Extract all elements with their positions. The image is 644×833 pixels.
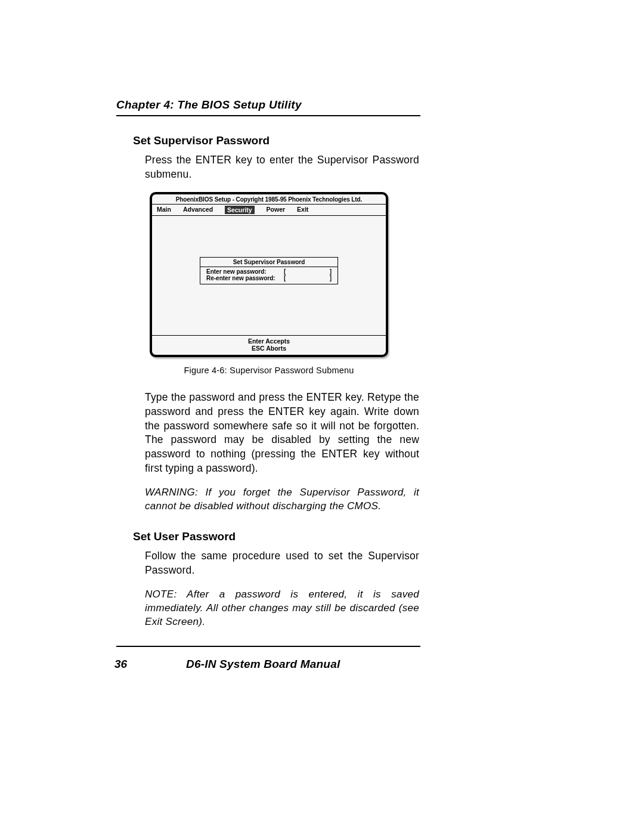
bios-footer-line1: Enter Accepts: [152, 337, 386, 345]
body-text-user: Follow the same procedure used to set th…: [145, 549, 419, 577]
bios-menu-advanced: Advanced: [183, 206, 213, 214]
bios-dialog-body: Enter new password: [ ] Re-enter new pas…: [200, 267, 338, 284]
footer-title: D6-IN System Board Manual: [186, 658, 340, 671]
bracket-open-icon: [: [284, 268, 286, 275]
divider: [116, 646, 420, 647]
bios-dialog-title: Set Supervisor Password: [200, 258, 338, 267]
page-footer: 36 D6-IN System Board Manual: [114, 658, 420, 671]
warning-text: WARNING: If you forget the Supervisor Pa…: [145, 486, 419, 513]
bios-menu-security: Security: [225, 206, 254, 214]
reenter-password-label: Re-enter new password:: [206, 275, 284, 281]
bios-body: Set Supervisor Password Enter new passwo…: [152, 216, 386, 335]
figure-wrap: PhoenixBIOS Setup - Copyright 1985-95 Ph…: [150, 192, 388, 375]
enter-password-field: [ ]: [284, 268, 332, 275]
body-text-supervisor: Type the password and press the ENTER ke…: [145, 391, 419, 475]
bios-row-enter: Enter new password: [ ]: [203, 268, 335, 275]
section-heading-supervisor: Set Supervisor Password: [133, 134, 420, 147]
document-page: Chapter 4: The BIOS Setup Utility Set Su…: [0, 0, 644, 833]
section-heading-user: Set User Password: [133, 530, 420, 543]
bios-footer-line2: ESC Aborts: [152, 345, 386, 352]
bios-screenshot: PhoenixBIOS Setup - Copyright 1985-95 Ph…: [150, 192, 388, 357]
bracket-close-icon: ]: [330, 268, 332, 275]
reenter-password-field: [ ]: [284, 275, 332, 281]
bios-title-bar: PhoenixBIOS Setup - Copyright 1985-95 Ph…: [152, 194, 386, 204]
bios-menu-power: Power: [267, 206, 286, 214]
page-number: 36: [114, 658, 186, 671]
bracket-close-icon: ]: [330, 275, 332, 281]
bios-row-reenter: Re-enter new password: [ ]: [203, 275, 335, 281]
divider: [116, 115, 420, 116]
content-area: Chapter 4: The BIOS Setup Utility Set Su…: [116, 98, 420, 671]
bios-menu-exit: Exit: [297, 206, 308, 214]
bios-password-dialog: Set Supervisor Password Enter new passwo…: [200, 257, 338, 284]
bios-footer: Enter Accepts ESC Aborts: [152, 335, 386, 355]
chapter-title: Chapter 4: The BIOS Setup Utility: [116, 98, 420, 112]
bracket-open-icon: [: [284, 275, 286, 281]
figure-caption: Figure 4-6: Supervisor Password Submenu: [150, 366, 388, 375]
enter-password-label: Enter new password:: [206, 268, 284, 275]
note-text-user: NOTE: After a password is entered, it is…: [145, 588, 419, 629]
bios-menu-bar: Main Advanced Security Power Exit: [152, 204, 386, 216]
bios-menu-main: Main: [157, 206, 171, 214]
intro-text: Press the ENTER key to enter the Supervi…: [145, 153, 419, 181]
